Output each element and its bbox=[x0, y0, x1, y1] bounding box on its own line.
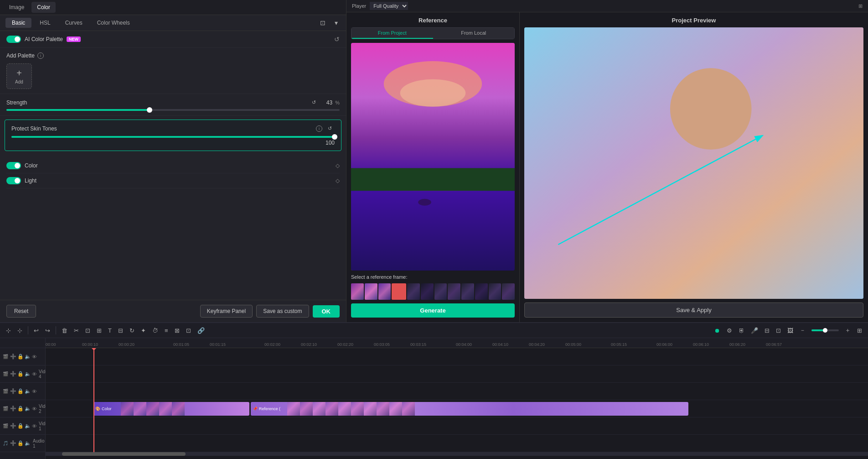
light-keyframe-icon[interactable]: ◇ bbox=[336, 177, 340, 184]
clip-color[interactable]: 🎨 Color bbox=[93, 402, 249, 416]
text-btn[interactable]: T bbox=[106, 326, 114, 335]
track-3-lock-icon[interactable]: 🔒 bbox=[17, 388, 24, 394]
track-4-audio-icon[interactable]: 🔈 bbox=[25, 371, 31, 377]
zoom-out-btn[interactable]: － bbox=[797, 325, 808, 336]
track-5-add-icon[interactable]: ➕ bbox=[10, 354, 16, 360]
ok-button[interactable]: OK bbox=[313, 305, 340, 318]
add-palette-info-icon[interactable]: i bbox=[37, 52, 44, 59]
select-all-tool[interactable]: ⊹ bbox=[15, 326, 25, 335]
track-2-audio-icon[interactable]: 🔈 bbox=[25, 406, 31, 412]
crop-btn[interactable]: ⊞ bbox=[94, 326, 104, 335]
track-5-audio-icon[interactable]: 🔈 bbox=[25, 354, 31, 360]
speed-btn[interactable]: ⏱ bbox=[150, 326, 160, 335]
track-1-lock-icon[interactable]: 🔒 bbox=[17, 423, 24, 429]
reset-button[interactable]: Reset bbox=[6, 305, 36, 318]
skin-tones-slider-track[interactable] bbox=[11, 136, 335, 138]
adjust-btn[interactable]: ≡ bbox=[162, 326, 170, 335]
chevron-down-icon[interactable]: ▾ bbox=[332, 18, 341, 27]
filmstrip-frame-8[interactable] bbox=[448, 283, 460, 300]
sub-tab-curves[interactable]: Curves bbox=[59, 18, 89, 28]
from-project-tab[interactable]: From Project bbox=[351, 28, 433, 39]
light-toggle[interactable] bbox=[6, 177, 21, 184]
rotate-btn[interactable]: ↻ bbox=[127, 326, 137, 335]
filmstrip-frame-1[interactable] bbox=[351, 283, 364, 300]
clip-reference[interactable]: 📌 Reference ( bbox=[251, 402, 688, 416]
grid-btn[interactable]: ⊞ bbox=[855, 326, 864, 335]
filmstrip-frame-4[interactable] bbox=[392, 283, 406, 300]
filmstrip-frame-10[interactable] bbox=[475, 283, 488, 300]
shield-btn[interactable]: ⛨ bbox=[736, 326, 747, 335]
track-1-add-icon[interactable]: ➕ bbox=[10, 423, 16, 429]
filmstrip-frame-6[interactable] bbox=[421, 283, 434, 300]
filmstrip-frame-12[interactable] bbox=[502, 283, 515, 300]
copy-btn[interactable]: ⊡ bbox=[184, 326, 193, 335]
strength-slider-thumb[interactable] bbox=[147, 107, 152, 113]
track-2-eye-icon[interactable]: 👁 bbox=[32, 406, 37, 412]
image-btn[interactable]: 🖼 bbox=[785, 326, 796, 335]
sub-tab-basic[interactable]: Basic bbox=[5, 18, 31, 28]
quality-select[interactable]: Full Quality bbox=[370, 2, 408, 10]
link-btn[interactable]: 🔗 bbox=[195, 326, 207, 335]
track-4-lock-icon[interactable]: 🔒 bbox=[17, 371, 24, 377]
track-5-eye-icon[interactable]: 👁 bbox=[32, 354, 37, 360]
add-palette-button[interactable]: + Add bbox=[6, 63, 32, 89]
tab-color[interactable]: Color bbox=[31, 2, 56, 13]
color-toggle[interactable] bbox=[6, 162, 21, 169]
from-local-tab[interactable]: From Local bbox=[433, 28, 515, 39]
audio-1-lock-icon[interactable]: 🔒 bbox=[17, 440, 24, 446]
strength-reset-icon[interactable]: ↺ bbox=[309, 99, 319, 106]
transform-btn[interactable]: ⊟ bbox=[116, 326, 125, 335]
track-3-add-icon[interactable]: ➕ bbox=[10, 388, 16, 394]
track-3-audio-icon[interactable]: 🔈 bbox=[25, 388, 31, 394]
skin-tones-slider-thumb[interactable] bbox=[332, 134, 337, 140]
cut-btn[interactable]: ✂ bbox=[72, 326, 81, 335]
fullscreen-icon[interactable]: ⊞ bbox=[858, 3, 863, 9]
keyframe-panel-button[interactable]: Keyframe Panel bbox=[200, 305, 253, 318]
subtitle-btn[interactable]: ⊡ bbox=[774, 326, 783, 335]
ai-palette-toggle[interactable] bbox=[6, 36, 21, 43]
filmstrip-frame-2[interactable] bbox=[365, 283, 377, 300]
filmstrip-frame-11[interactable] bbox=[489, 283, 501, 300]
filmstrip-frame-9[interactable] bbox=[461, 283, 474, 300]
timeline-scrollbar[interactable] bbox=[46, 452, 868, 456]
redo-btn[interactable]: ↪ bbox=[43, 326, 52, 335]
compare-icon[interactable]: ⊡ bbox=[317, 18, 328, 27]
detach-btn[interactable]: ⊠ bbox=[172, 326, 182, 335]
mic-btn[interactable]: 🎤 bbox=[749, 326, 760, 335]
zoom-thumb[interactable] bbox=[823, 328, 827, 333]
skin-tones-info-icon[interactable]: i bbox=[316, 125, 322, 132]
track-3-eye-icon[interactable]: 👁 bbox=[32, 389, 37, 394]
sub-tab-color-wheels[interactable]: Color Wheels bbox=[91, 18, 136, 28]
filmstrip-frame-5[interactable] bbox=[407, 283, 420, 300]
track-2-lock-icon[interactable]: 🔒 bbox=[17, 406, 24, 412]
effect-btn[interactable]: ✦ bbox=[139, 326, 148, 335]
delete-btn[interactable]: 🗑 bbox=[59, 326, 70, 335]
record-btn[interactable]: ⏺ bbox=[712, 326, 723, 335]
filmstrip-frame-3[interactable] bbox=[378, 283, 391, 300]
track-1-audio-icon[interactable]: 🔈 bbox=[25, 423, 31, 429]
filmstrip-frame-7[interactable] bbox=[434, 283, 447, 300]
generate-button[interactable]: Generate bbox=[351, 303, 515, 318]
track-4-add-icon[interactable]: ➕ bbox=[10, 371, 16, 377]
track-2-add-icon[interactable]: ➕ bbox=[10, 406, 16, 412]
audio-1-audio-icon[interactable]: 🔈 bbox=[25, 440, 31, 446]
zoom-slider[interactable] bbox=[811, 329, 839, 331]
track-5-lock-icon[interactable]: 🔒 bbox=[17, 354, 24, 360]
refresh-icon[interactable]: ↺ bbox=[334, 36, 340, 43]
tab-image[interactable]: Image bbox=[4, 2, 30, 13]
sub-tab-hsl[interactable]: HSL bbox=[33, 18, 57, 28]
settings-btn[interactable]: ⚙ bbox=[724, 326, 734, 335]
color-keyframe-icon[interactable]: ◇ bbox=[336, 162, 340, 169]
save-apply-button[interactable]: Save & Apply bbox=[524, 303, 863, 318]
select-tool[interactable]: ⊹ bbox=[4, 326, 13, 335]
timeline-scrollbar-thumb[interactable] bbox=[62, 452, 186, 456]
skin-tones-reset-icon[interactable]: ↺ bbox=[325, 125, 335, 132]
undo-btn[interactable]: ↩ bbox=[31, 326, 41, 335]
zoom-in-btn[interactable]: ＋ bbox=[842, 325, 853, 336]
track-4-eye-icon[interactable]: 👁 bbox=[32, 371, 37, 377]
caption-btn[interactable]: ⊟ bbox=[762, 326, 772, 335]
strength-slider-track[interactable] bbox=[6, 109, 340, 111]
save-as-custom-button[interactable]: Save as custom bbox=[256, 305, 309, 318]
track-1-eye-icon[interactable]: 👁 bbox=[32, 423, 37, 429]
audio-1-add-icon[interactable]: ➕ bbox=[10, 440, 16, 446]
